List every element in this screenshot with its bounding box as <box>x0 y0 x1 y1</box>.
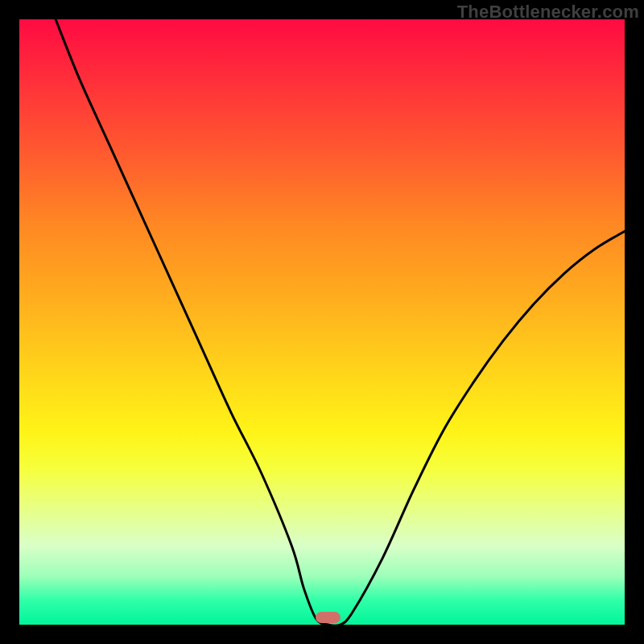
plot-area <box>19 19 625 625</box>
bottleneck-curve <box>19 19 625 625</box>
chart-frame: TheBottlenecker.com <box>0 0 644 644</box>
attribution-text: TheBottlenecker.com <box>457 2 639 23</box>
minimum-marker <box>316 612 340 623</box>
curve-path <box>56 19 625 625</box>
